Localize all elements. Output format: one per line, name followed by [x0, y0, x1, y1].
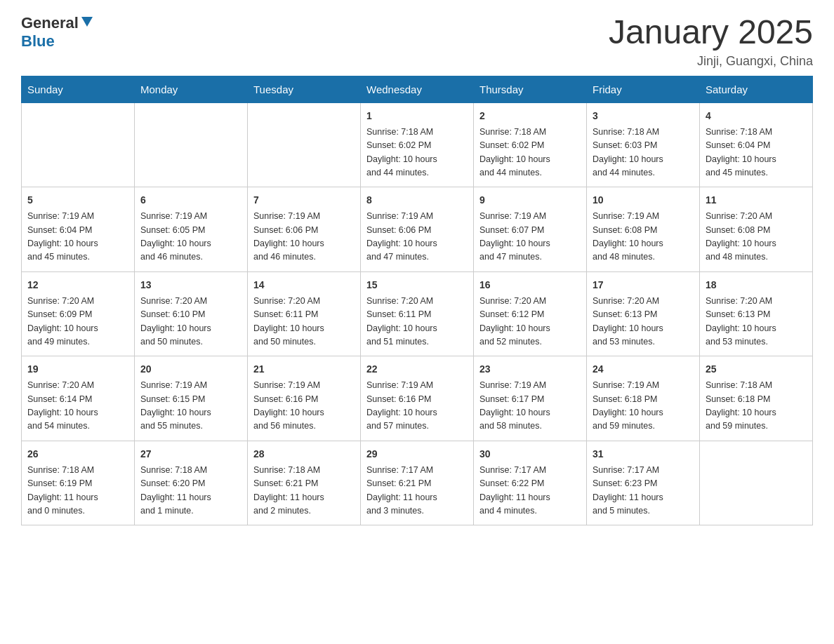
day-info: Sunrise: 7:18 AM Sunset: 6:20 PM Dayligh… [140, 464, 241, 518]
day-number: 10 [593, 193, 694, 208]
weekday-header-friday: Friday [587, 76, 700, 102]
main-title: January 2025 [609, 14, 813, 51]
subtitle: Jinji, Guangxi, China [609, 54, 813, 69]
calendar-cell: 18Sunrise: 7:20 AM Sunset: 6:13 PM Dayli… [700, 271, 813, 356]
day-number: 19 [27, 362, 128, 377]
day-info: Sunrise: 7:20 AM Sunset: 6:10 PM Dayligh… [140, 295, 241, 349]
calendar-cell: 16Sunrise: 7:20 AM Sunset: 6:12 PM Dayli… [474, 271, 587, 356]
day-info: Sunrise: 7:18 AM Sunset: 6:02 PM Dayligh… [366, 126, 468, 180]
day-info: Sunrise: 7:17 AM Sunset: 6:21 PM Dayligh… [366, 464, 468, 518]
logo: General Blue [21, 14, 93, 51]
week-row-2: 5Sunrise: 7:19 AM Sunset: 6:04 PM Daylig… [22, 187, 813, 272]
weekday-header-row: SundayMondayTuesdayWednesdayThursdayFrid… [22, 76, 813, 102]
day-number: 17 [593, 278, 694, 293]
day-info: Sunrise: 7:17 AM Sunset: 6:22 PM Dayligh… [479, 464, 581, 518]
calendar-cell: 9Sunrise: 7:19 AM Sunset: 6:07 PM Daylig… [474, 187, 587, 272]
svg-marker-0 [81, 17, 93, 27]
day-info: Sunrise: 7:19 AM Sunset: 6:18 PM Dayligh… [593, 379, 694, 434]
day-number: 14 [253, 278, 355, 293]
calendar-cell: 27Sunrise: 7:18 AM Sunset: 6:20 PM Dayli… [135, 441, 248, 525]
day-info: Sunrise: 7:19 AM Sunset: 6:17 PM Dayligh… [479, 379, 581, 434]
day-info: Sunrise: 7:20 AM Sunset: 6:09 PM Dayligh… [27, 295, 128, 349]
weekday-header-saturday: Saturday [700, 76, 813, 102]
day-info: Sunrise: 7:19 AM Sunset: 6:16 PM Dayligh… [366, 379, 468, 434]
week-row-1: 1Sunrise: 7:18 AM Sunset: 6:02 PM Daylig… [22, 102, 813, 187]
day-number: 24 [593, 362, 694, 377]
calendar-cell: 7Sunrise: 7:19 AM Sunset: 6:06 PM Daylig… [248, 187, 361, 272]
calendar-cell: 23Sunrise: 7:19 AM Sunset: 6:17 PM Dayli… [474, 356, 587, 441]
day-number: 7 [253, 193, 355, 208]
day-number: 28 [253, 447, 355, 462]
day-number: 29 [366, 447, 468, 462]
calendar-cell: 6Sunrise: 7:19 AM Sunset: 6:05 PM Daylig… [135, 187, 248, 272]
calendar-cell: 26Sunrise: 7:18 AM Sunset: 6:19 PM Dayli… [22, 441, 135, 525]
day-number: 18 [706, 278, 807, 293]
day-number: 25 [706, 362, 807, 377]
day-info: Sunrise: 7:19 AM Sunset: 6:08 PM Dayligh… [593, 210, 694, 264]
day-number: 31 [593, 447, 694, 462]
day-info: Sunrise: 7:20 AM Sunset: 6:11 PM Dayligh… [253, 295, 355, 349]
day-number: 2 [479, 109, 581, 123]
day-number: 1 [366, 109, 468, 123]
day-number: 23 [479, 362, 581, 377]
day-number: 30 [479, 447, 581, 462]
calendar-cell: 11Sunrise: 7:20 AM Sunset: 6:08 PM Dayli… [700, 187, 813, 272]
day-number: 22 [366, 362, 468, 377]
day-number: 6 [140, 193, 241, 208]
day-info: Sunrise: 7:20 AM Sunset: 6:13 PM Dayligh… [706, 295, 807, 349]
calendar-cell [22, 102, 135, 187]
calendar-cell: 15Sunrise: 7:20 AM Sunset: 6:11 PM Dayli… [361, 271, 474, 356]
calendar-cell: 20Sunrise: 7:19 AM Sunset: 6:15 PM Dayli… [135, 356, 248, 441]
day-info: Sunrise: 7:17 AM Sunset: 6:23 PM Dayligh… [593, 464, 694, 518]
day-info: Sunrise: 7:19 AM Sunset: 6:05 PM Dayligh… [140, 210, 241, 264]
day-number: 13 [140, 278, 241, 293]
calendar-cell: 3Sunrise: 7:18 AM Sunset: 6:03 PM Daylig… [587, 102, 700, 187]
day-info: Sunrise: 7:19 AM Sunset: 6:07 PM Dayligh… [479, 210, 581, 264]
weekday-header-monday: Monday [135, 76, 248, 102]
day-info: Sunrise: 7:19 AM Sunset: 6:04 PM Dayligh… [27, 210, 128, 264]
day-info: Sunrise: 7:19 AM Sunset: 6:06 PM Dayligh… [253, 210, 355, 264]
day-info: Sunrise: 7:20 AM Sunset: 6:12 PM Dayligh… [479, 295, 581, 349]
day-info: Sunrise: 7:18 AM Sunset: 6:18 PM Dayligh… [706, 379, 807, 434]
day-number: 16 [479, 278, 581, 293]
day-number: 8 [366, 193, 468, 208]
calendar-cell: 24Sunrise: 7:19 AM Sunset: 6:18 PM Dayli… [587, 356, 700, 441]
calendar-cell [248, 102, 361, 187]
week-row-5: 26Sunrise: 7:18 AM Sunset: 6:19 PM Dayli… [22, 441, 813, 525]
calendar-cell: 28Sunrise: 7:18 AM Sunset: 6:21 PM Dayli… [248, 441, 361, 525]
calendar-cell: 21Sunrise: 7:19 AM Sunset: 6:16 PM Dayli… [248, 356, 361, 441]
day-info: Sunrise: 7:20 AM Sunset: 6:14 PM Dayligh… [27, 379, 128, 434]
day-number: 15 [366, 278, 468, 293]
day-info: Sunrise: 7:18 AM Sunset: 6:03 PM Dayligh… [593, 126, 694, 180]
logo-general-text: General [21, 14, 79, 32]
weekday-header-wednesday: Wednesday [361, 76, 474, 102]
day-number: 21 [253, 362, 355, 377]
calendar-cell: 17Sunrise: 7:20 AM Sunset: 6:13 PM Dayli… [587, 271, 700, 356]
calendar-cell: 4Sunrise: 7:18 AM Sunset: 6:04 PM Daylig… [700, 102, 813, 187]
calendar-cell: 29Sunrise: 7:17 AM Sunset: 6:21 PM Dayli… [361, 441, 474, 525]
calendar-cell [135, 102, 248, 187]
day-info: Sunrise: 7:20 AM Sunset: 6:11 PM Dayligh… [366, 295, 468, 349]
calendar-cell: 1Sunrise: 7:18 AM Sunset: 6:02 PM Daylig… [361, 102, 474, 187]
calendar-cell [700, 441, 813, 525]
day-info: Sunrise: 7:18 AM Sunset: 6:21 PM Dayligh… [253, 464, 355, 518]
day-info: Sunrise: 7:18 AM Sunset: 6:04 PM Dayligh… [706, 126, 807, 180]
calendar-cell: 25Sunrise: 7:18 AM Sunset: 6:18 PM Dayli… [700, 356, 813, 441]
weekday-header-tuesday: Tuesday [248, 76, 361, 102]
logo-triangle-icon [81, 17, 93, 31]
day-info: Sunrise: 7:19 AM Sunset: 6:16 PM Dayligh… [253, 379, 355, 434]
day-number: 5 [27, 193, 128, 208]
calendar-cell: 2Sunrise: 7:18 AM Sunset: 6:02 PM Daylig… [474, 102, 587, 187]
calendar-cell: 14Sunrise: 7:20 AM Sunset: 6:11 PM Dayli… [248, 271, 361, 356]
day-number: 9 [479, 193, 581, 208]
day-number: 12 [27, 278, 128, 293]
calendar-cell: 13Sunrise: 7:20 AM Sunset: 6:10 PM Dayli… [135, 271, 248, 356]
calendar-cell: 31Sunrise: 7:17 AM Sunset: 6:23 PM Dayli… [587, 441, 700, 525]
day-info: Sunrise: 7:20 AM Sunset: 6:13 PM Dayligh… [593, 295, 694, 349]
calendar-cell: 8Sunrise: 7:19 AM Sunset: 6:06 PM Daylig… [361, 187, 474, 272]
day-number: 3 [593, 109, 694, 123]
calendar-cell: 22Sunrise: 7:19 AM Sunset: 6:16 PM Dayli… [361, 356, 474, 441]
logo-blue-text: Blue [21, 32, 55, 51]
day-info: Sunrise: 7:18 AM Sunset: 6:02 PM Dayligh… [479, 126, 581, 180]
week-row-3: 12Sunrise: 7:20 AM Sunset: 6:09 PM Dayli… [22, 271, 813, 356]
